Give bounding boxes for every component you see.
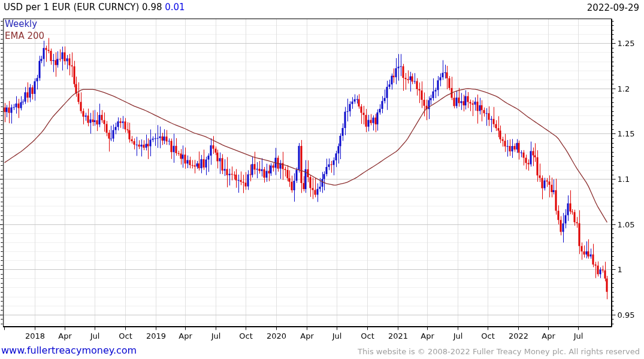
chart-date: 2022-09-29 [587, 2, 639, 13]
last-price: 0.98 [142, 2, 162, 13]
chart-title: USD per 1 EUR (EUR CURNCY) 0.98 0.01 [4, 2, 185, 13]
timeframe-label: Weekly [5, 19, 37, 29]
ema-legend-label: EMA 200 [5, 31, 44, 41]
price-change: 0.01 [165, 2, 185, 13]
instrument-name: USD per 1 EUR (EUR CURNCY) [4, 2, 139, 13]
chart-page: { "header": { "title": "USD per 1 EUR (E… [0, 0, 644, 359]
price-chart-canvas[interactable] [0, 0, 644, 359]
copyright-text: This website is © 2008-2022 Fuller Treac… [358, 347, 640, 356]
website-link[interactable]: www.fullertreacymoney.com [1, 345, 137, 356]
